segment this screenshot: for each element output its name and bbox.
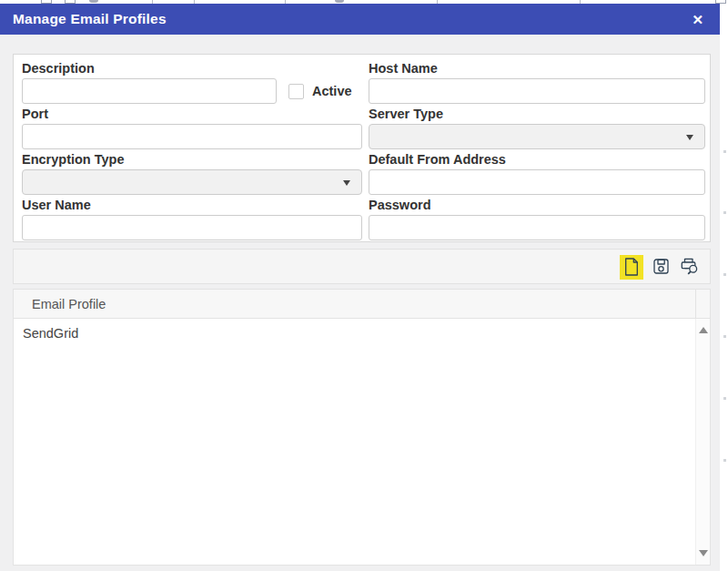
new-document-icon [624,258,639,276]
save-icon [653,259,669,274]
background-fragment [723,335,726,338]
chevron-down-icon [686,135,693,140]
scroll-up-icon[interactable] [699,327,708,333]
encryption-type-select[interactable] [22,169,362,195]
user-name-input[interactable] [22,215,362,240]
scroll-down-icon[interactable] [699,550,708,556]
server-type-select[interactable] [369,124,705,149]
password-input[interactable] [369,215,705,240]
encryption-type-label: Encryption Type [22,152,362,168]
background-icon-fragment [89,0,98,3]
server-type-label: Server Type [369,107,705,122]
email-profile-column-header[interactable]: Email Profile [14,297,695,311]
background-fragment [723,459,726,462]
description-input[interactable] [22,78,277,104]
encryption-type-field-group: Encryption Type [22,149,362,195]
background-fragment [723,150,726,153]
password-label: Password [369,198,705,213]
list-item-sendgrid[interactable]: SendGrid [14,319,710,347]
grid-toolbar [13,249,711,284]
grid-header-spacer [695,290,710,318]
default-from-address-field-group: Default From Address [369,149,705,195]
print-preview-icon [681,258,699,275]
save-profile-button[interactable] [649,253,672,280]
background-icon-fragment [335,0,344,3]
port-field-group: Port [22,104,362,149]
default-from-address-label: Default From Address [369,152,705,168]
host-name-input[interactable] [369,78,705,104]
password-field-group: Password [369,195,705,240]
description-label: Description [22,61,362,76]
screen: Manage Email Profiles ✕ Description Acti… [0,0,728,571]
grid-header-row: Email Profile [13,289,711,319]
active-checkbox[interactable] [288,84,304,99]
active-label: Active [312,84,352,98]
default-from-address-input[interactable] [369,169,705,195]
background-fragment [723,273,726,276]
chevron-down-icon [343,180,350,186]
manage-email-profiles-dialog: Manage Email Profiles ✕ Description Acti… [0,4,720,571]
user-name-label: User Name [22,198,362,213]
host-name-label: Host Name [369,61,705,76]
background-fragment [723,397,726,400]
email-profile-form: Description Active Host Name Port Server… [13,54,711,242]
email-profile-list: SendGrid [13,319,711,566]
port-label: Port [22,107,362,122]
new-profile-button[interactable] [620,253,643,280]
list-scrollbar[interactable] [695,319,710,565]
dialog-title: Manage Email Profiles [13,11,167,27]
background-fragment [723,211,726,214]
user-name-field-group: User Name [22,195,362,240]
description-field-group: Description Active [22,58,362,104]
server-type-field-group: Server Type [369,104,705,149]
host-name-field-group: Host Name [369,58,705,104]
close-icon[interactable]: ✕ [690,11,705,28]
print-preview-button[interactable] [678,253,702,280]
dialog-titlebar: Manage Email Profiles ✕ [0,4,720,35]
port-input[interactable] [22,124,362,149]
